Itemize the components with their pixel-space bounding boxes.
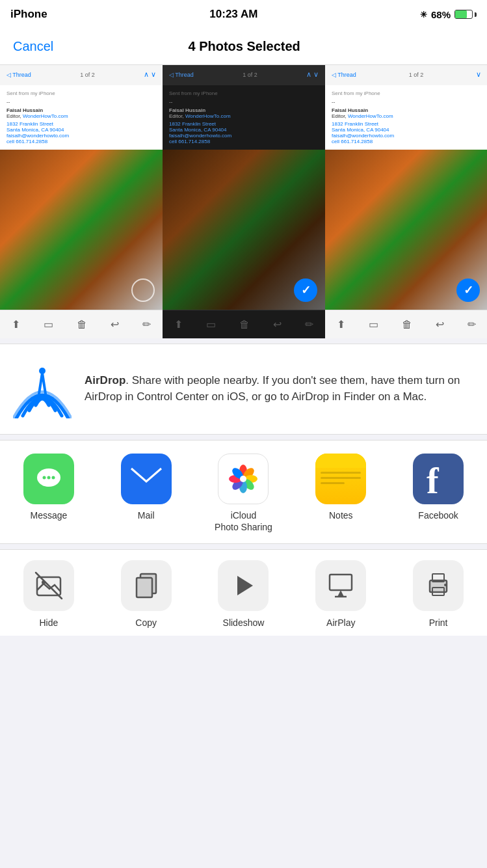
page-title: 4 Photos Selected [188, 39, 300, 54]
app-mail[interactable]: Mail [107, 454, 185, 521]
svg-marker-24 [337, 590, 344, 597]
album-icon: ▭ [44, 318, 53, 331]
svg-rect-21 [137, 578, 152, 597]
facebook-label: Facebook [418, 509, 458, 521]
airplay-icon-box [315, 560, 366, 611]
copy-label: Copy [135, 617, 157, 628]
battery-percentage: 68% [431, 9, 451, 20]
battery-indicator [454, 10, 477, 19]
app-notes[interactable]: Notes [302, 454, 380, 521]
notes-app-icon [315, 454, 366, 504]
slideshow-action[interactable]: Slideshow [204, 560, 282, 628]
mail-app-icon [121, 454, 172, 504]
share-icon: ⬆ [12, 318, 20, 331]
bluetooth-icon: ✳ [420, 10, 427, 20]
facebook-app-icon: f [413, 454, 464, 504]
app-icloud[interactable]: iCloudPhoto Sharing [204, 454, 282, 533]
time-label: 10:23 AM [209, 8, 257, 21]
select-circle-empty [131, 278, 155, 302]
copy-action[interactable]: Copy [107, 560, 185, 628]
app-share-row: Message Mail [0, 440, 487, 544]
notes-label: Notes [329, 509, 353, 521]
message-label: Message [30, 509, 67, 521]
print-icon-box [413, 560, 464, 611]
svg-rect-23 [330, 575, 352, 590]
slideshow-label: Slideshow [223, 617, 265, 628]
airplay-label: AirPlay [326, 617, 355, 628]
slideshow-icon-box [218, 560, 269, 611]
share-icon: ⬆ [337, 318, 345, 331]
app-message[interactable]: Message [10, 454, 88, 521]
reply-icon: ↩ [273, 318, 282, 331]
print-label: Print [429, 617, 448, 628]
svg-point-4 [47, 476, 50, 480]
svg-marker-22 [237, 576, 253, 595]
action-row: Hide Copy Slideshow [0, 549, 487, 636]
photo-item-3[interactable]: ◁ Thread 1 of 2 ∨ Sent from my iPhone --… [325, 65, 487, 338]
photo-item-2[interactable]: ◁ Thread 1 of 2 ∧ ∨ Sent from my iPhone … [163, 65, 325, 338]
hide-label: Hide [39, 617, 58, 628]
message-app-icon [23, 454, 74, 504]
nav-bar: Cancel 4 Photos Selected [0, 29, 487, 65]
airplay-action[interactable]: AirPlay [302, 560, 380, 628]
svg-point-3 [42, 476, 46, 480]
cancel-button[interactable]: Cancel [13, 39, 53, 54]
icloud-label: iCloudPhoto Sharing [215, 509, 272, 533]
edit-icon: ✏ [467, 318, 476, 331]
status-bar: iPhone 10:23 AM ✳ 68% [0, 0, 487, 29]
svg-point-0 [39, 368, 46, 374]
photo-item-1[interactable]: ◁ Thread 1 of 2 ∧ ∨ Sent from my iPhone … [0, 65, 163, 338]
copy-icon-box [121, 560, 172, 611]
share-icon: ⬆ [174, 318, 183, 331]
trash-icon: 🗑 [402, 319, 412, 331]
reply-icon: ↩ [111, 318, 119, 331]
airdrop-section: AirDrop. Share with people nearby. If yo… [0, 344, 487, 435]
app-facebook[interactable]: f Facebook [399, 454, 477, 521]
print-action[interactable]: Print [399, 560, 477, 628]
svg-point-15 [240, 476, 246, 482]
trash-icon: 🗑 [239, 319, 250, 331]
select-circle-checked: ✓ [294, 278, 317, 302]
carrier-label: iPhone [10, 8, 47, 21]
svg-point-5 [51, 476, 55, 480]
icloud-app-icon [218, 454, 269, 504]
edit-icon: ✏ [305, 318, 313, 331]
airdrop-description: AirDrop. Share with people nearby. If yo… [85, 373, 474, 405]
svg-point-29 [444, 584, 447, 586]
hide-action[interactable]: Hide [10, 560, 88, 628]
trash-icon: 🗑 [77, 319, 87, 331]
reply-icon: ↩ [436, 318, 444, 331]
status-right: ✳ 68% [420, 9, 477, 20]
album-icon: ▭ [369, 318, 378, 331]
svg-text:f: f [427, 461, 440, 497]
album-icon: ▭ [206, 318, 216, 331]
photo-strip: ◁ Thread 1 of 2 ∧ ∨ Sent from my iPhone … [0, 65, 487, 338]
select-circle-checked-2: ✓ [456, 278, 480, 302]
airdrop-icon [13, 360, 72, 418]
email-thread-label: ◁ Thread [7, 72, 31, 78]
hide-icon-box [23, 560, 74, 611]
mail-label: Mail [138, 509, 155, 521]
edit-icon: ✏ [142, 318, 151, 331]
